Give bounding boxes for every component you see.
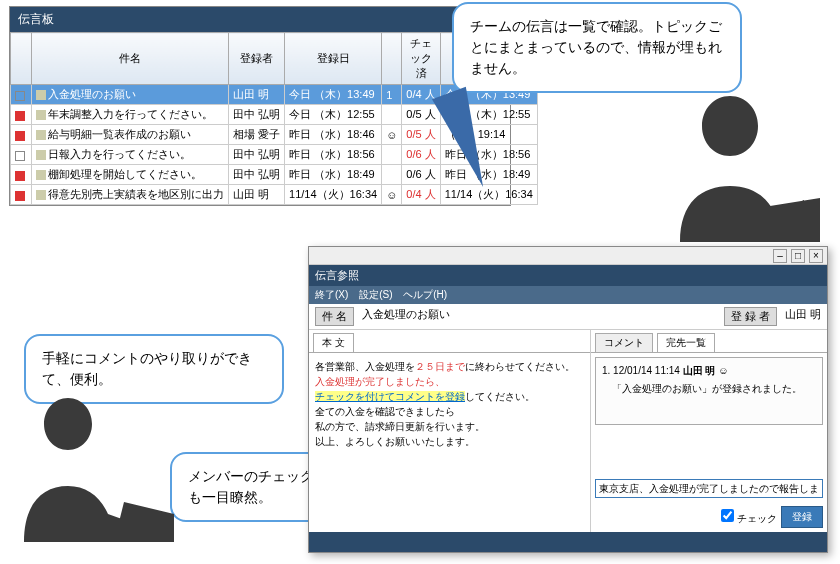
cell-regdate: 昨日 （水）18:49: [285, 165, 382, 185]
check-checkbox[interactable]: チェック: [721, 509, 777, 526]
close-button[interactable]: ×: [809, 249, 823, 263]
person-silhouette-2: [14, 392, 174, 542]
cell-subject: 日報入力を行ってください。: [32, 145, 229, 165]
menu-help[interactable]: ヘルプ(H): [403, 289, 447, 300]
clip-icon: [36, 90, 46, 100]
clip-icon: [36, 130, 46, 140]
menu-exit[interactable]: 終了(X): [315, 289, 348, 300]
pin-icon: [15, 191, 25, 201]
body-panel: 本 文 各営業部、入金処理を２５日までに終わらせてください。 入金処理が完了しま…: [309, 330, 591, 532]
detail-title: 伝言参照: [309, 265, 827, 286]
cell-regdate: 今日 （木）13:49: [285, 85, 382, 105]
author-label: 登 録 者: [724, 307, 777, 326]
pin-icon: [15, 91, 25, 101]
menu-settings[interactable]: 設定(S): [359, 289, 392, 300]
cell-badge: ☺: [382, 125, 402, 145]
cell-author: 田中 弘明: [229, 105, 285, 125]
cell-regdate: 11/14（火）16:34: [285, 185, 382, 205]
cell-badge: [382, 145, 402, 165]
table-row[interactable]: 得意先別売上実績表を地区別に出力山田 明11/14（火）16:34☺0/4 人1…: [11, 185, 538, 205]
cell-regdate: 昨日 （水）18:46: [285, 125, 382, 145]
cell-checked: 0/4 人: [402, 185, 440, 205]
window-controls: – □ ×: [309, 247, 827, 265]
minimize-button[interactable]: –: [773, 249, 787, 263]
cell-checked: 0/6 人: [402, 165, 440, 185]
register-button[interactable]: 登録: [781, 506, 823, 528]
clip-icon: [36, 110, 46, 120]
pin-icon: [15, 171, 25, 181]
cell-author: 相場 愛子: [229, 125, 285, 145]
cell-subject: 給与明細一覧表作成のお願い: [32, 125, 229, 145]
cell-checked: 0/6 人: [402, 145, 440, 165]
cell-regdate: 今日 （木）12:55: [285, 105, 382, 125]
clip-icon: [36, 170, 46, 180]
subject-value: 入金処理のお願い: [362, 307, 716, 326]
tab-comment[interactable]: コメント: [595, 333, 653, 352]
cell-badge: ☺: [382, 185, 402, 205]
cell-author: 田中 弘明: [229, 145, 285, 165]
cell-badge: [382, 165, 402, 185]
comment-input-row: [595, 479, 823, 498]
author-value: 山田 明: [785, 307, 821, 326]
detail-meta: 件 名 入金処理のお願い 登 録 者 山田 明: [309, 304, 827, 330]
tab-read-list[interactable]: 完先一覧: [657, 333, 715, 352]
col-badge[interactable]: [382, 33, 402, 85]
cell-regdate: 昨日 （水）18:56: [285, 145, 382, 165]
message-detail-window: – □ × 伝言参照 終了(X) 設定(S) ヘルプ(H) 件 名 入金処理のお…: [308, 246, 828, 553]
cell-subject: 棚卸処理を開始してください。: [32, 165, 229, 185]
cell-subject: 得意先別売上実績表を地区別に出力: [32, 185, 229, 205]
comment-panel: コメント 完先一覧 1. 12/01/14 11:14 山田 明 ☺ 「入金処理…: [591, 330, 827, 532]
window-title: 伝言板: [10, 7, 510, 32]
clip-icon: [36, 150, 46, 160]
subject-label: 件 名: [315, 307, 354, 326]
cell-subject: 入金処理のお願い: [32, 85, 229, 105]
comment-input[interactable]: [595, 479, 823, 498]
speech-bubble-overview: チームの伝言は一覧で確認。トピックごとにまとまっているので、情報が埋もれません。: [452, 2, 742, 93]
cell-updated: 11/14（火）16:34: [440, 185, 537, 205]
person-silhouette-1: [620, 86, 820, 242]
col-checked[interactable]: チェック済: [402, 33, 440, 85]
cell-subject: 年末調整入力を行ってください。: [32, 105, 229, 125]
col-author[interactable]: 登録者: [229, 33, 285, 85]
pin-icon: [15, 111, 25, 121]
col-subject[interactable]: 件名: [32, 33, 229, 85]
cell-author: 山田 明: [229, 185, 285, 205]
pin-icon: [15, 151, 25, 161]
cell-badge: 1: [382, 85, 402, 105]
detail-footer: [309, 532, 827, 552]
col-regdate[interactable]: 登録日: [285, 33, 382, 85]
clip-icon: [36, 190, 46, 200]
maximize-button[interactable]: □: [791, 249, 805, 263]
menu-bar: 終了(X) 設定(S) ヘルプ(H): [309, 286, 827, 304]
cell-checked: 0/5 人: [402, 125, 440, 145]
cell-badge: [382, 105, 402, 125]
body-text: 各営業部、入金処理を２５日までに終わらせてください。 入金処理が完了しましたら、…: [309, 353, 590, 532]
pin-icon: [15, 131, 25, 141]
tab-body[interactable]: 本 文: [313, 333, 354, 352]
comment-item: 1. 12/01/14 11:14 山田 明 ☺ 「入金処理のお願い」が登録され…: [595, 357, 823, 425]
cell-author: 山田 明: [229, 85, 285, 105]
cell-author: 田中 弘明: [229, 165, 285, 185]
